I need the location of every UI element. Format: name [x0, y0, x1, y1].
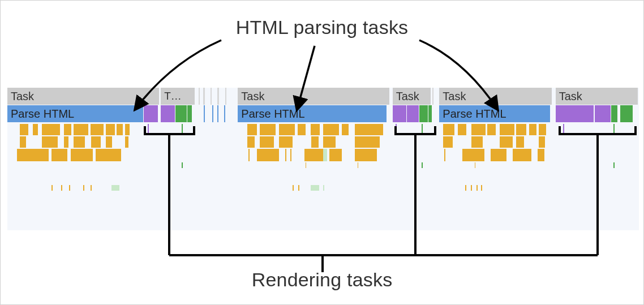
flame-chart-timeline: Task T… Task Task Task Task Parse HTML [7, 88, 639, 230]
parse-html-label: Parse HTML [241, 108, 304, 121]
main-row: Parse HTML Parse HTML Parse HTML [7, 105, 639, 122]
render-segment [556, 105, 594, 122]
parse-html-label: Parse HTML [11, 108, 74, 121]
parse-html-label: Parse HTML [443, 108, 506, 121]
subtask-row [7, 136, 639, 148]
task-label: Task [241, 90, 264, 103]
render-segment [175, 105, 187, 122]
render-segment [393, 105, 407, 122]
task-label: Task [443, 90, 466, 103]
task-row: Task T… Task Task Task Task [7, 88, 639, 105]
render-segment [620, 105, 633, 122]
task-label: Task [11, 90, 34, 103]
label-html-parsing-tasks: HTML parsing tasks [236, 16, 409, 38]
render-segment [407, 105, 418, 122]
render-segment [428, 105, 432, 122]
subtask-row [7, 185, 639, 191]
subtask-row [7, 149, 639, 161]
task-label: Task [396, 90, 419, 103]
render-segment [187, 105, 192, 122]
label-rendering-tasks: Rendering tasks [252, 269, 393, 291]
render-segment [611, 105, 617, 122]
subtask-row [7, 162, 639, 168]
render-segment [595, 105, 611, 122]
task-label-truncated: T… [164, 90, 182, 102]
task-label: Task [559, 90, 582, 103]
render-segment [161, 105, 175, 122]
subtask-row [7, 124, 639, 135]
render-segment [419, 105, 428, 122]
render-segment [144, 105, 158, 122]
